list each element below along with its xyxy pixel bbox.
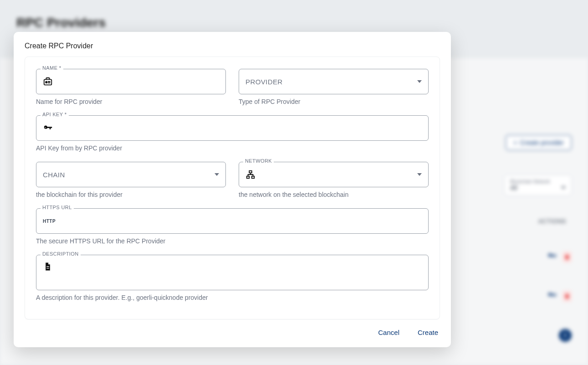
document-icon bbox=[43, 262, 53, 272]
chevron-down-icon bbox=[215, 173, 219, 176]
plus-icon: + bbox=[513, 139, 517, 146]
apikey-input[interactable] bbox=[58, 124, 422, 132]
delete-icon[interactable] bbox=[562, 252, 572, 262]
form-grid: NAME * Name for RPC provider PROVIDER Ty… bbox=[36, 69, 429, 301]
key-icon bbox=[43, 123, 53, 133]
description-field: DESCRIPTION A description for this provi… bbox=[36, 255, 429, 301]
chain-select[interactable]: CHAIN bbox=[36, 162, 226, 187]
filter-label: Blockchain Network bbox=[510, 179, 566, 184]
name-helper: Name for RPC provider bbox=[36, 98, 226, 105]
cancel-button[interactable]: Cancel bbox=[378, 329, 399, 336]
chevron-down-icon bbox=[417, 173, 422, 176]
provider-field: PROVIDER Type of RPC Provider bbox=[239, 69, 429, 105]
svg-rect-2 bbox=[249, 171, 252, 173]
svg-point-1 bbox=[46, 82, 47, 83]
name-field: NAME * Name for RPC provider bbox=[36, 69, 226, 105]
https-helper: The secure HTTPS URL for the RPC Provide… bbox=[36, 237, 429, 245]
http-icon: HTTP bbox=[43, 219, 56, 224]
description-input[interactable] bbox=[58, 262, 422, 269]
delete-icon[interactable] bbox=[562, 291, 572, 302]
table-row bbox=[462, 242, 572, 272]
blockchain-network-filter[interactable]: Blockchain Network All bbox=[504, 175, 572, 195]
description-input-box[interactable] bbox=[36, 255, 429, 290]
apikey-input-box[interactable] bbox=[36, 115, 429, 141]
https-input-box[interactable]: HTTP bbox=[36, 208, 429, 234]
name-input-box[interactable] bbox=[36, 69, 226, 94]
chevron-down-icon bbox=[417, 80, 422, 83]
apikey-field: API KEY * API Key from by RPC provider bbox=[36, 115, 429, 152]
apikey-helper: API Key from by RPC provider bbox=[36, 144, 429, 152]
chain-field: CHAIN the blockchain for this provider bbox=[36, 162, 226, 198]
provider-helper: Type of RPC Provider bbox=[239, 98, 429, 105]
svg-rect-3 bbox=[247, 176, 250, 179]
network-helper: the network on the selected blockchain bbox=[239, 191, 429, 198]
chain-helper: the blockchain for this provider bbox=[36, 191, 226, 198]
create-rpc-provider-modal: Create RPC Provider NAME * Name for RPC … bbox=[14, 32, 451, 347]
modal-title: Create RPC Provider bbox=[14, 32, 451, 54]
filter-value-row: All bbox=[510, 184, 566, 191]
svg-rect-4 bbox=[252, 176, 255, 179]
network-select[interactable] bbox=[239, 162, 429, 187]
create-button[interactable]: Create bbox=[418, 329, 438, 336]
filter-value: All bbox=[510, 184, 517, 191]
apikey-label: API KEY * bbox=[41, 112, 69, 117]
actions-column-header: ACTIONS bbox=[538, 218, 566, 225]
modal-footer: Cancel Create bbox=[14, 319, 451, 347]
https-field: HTTPS URL HTTP The secure HTTPS URL for … bbox=[36, 208, 429, 245]
provider-select[interactable]: PROVIDER bbox=[239, 69, 429, 94]
name-label: NAME * bbox=[41, 65, 63, 71]
key-icon[interactable] bbox=[547, 290, 557, 302]
badge-icon bbox=[43, 77, 53, 87]
info-icon[interactable]: i bbox=[559, 329, 572, 342]
https-label: HTTPS URL bbox=[41, 205, 74, 210]
chevron-down-icon bbox=[561, 186, 566, 189]
network-field: NETWORK the network on the selected bloc… bbox=[239, 162, 429, 198]
name-input[interactable] bbox=[58, 78, 219, 86]
https-input[interactable] bbox=[61, 217, 422, 225]
create-provider-label: Create provider bbox=[520, 139, 564, 146]
description-label: DESCRIPTION bbox=[41, 251, 81, 257]
network-label: NETWORK bbox=[243, 158, 274, 164]
table-row bbox=[462, 360, 572, 365]
svg-rect-0 bbox=[44, 79, 52, 85]
page-title: RPC Providers bbox=[16, 15, 106, 30]
chain-placeholder: CHAIN bbox=[43, 171, 65, 179]
table-row bbox=[462, 282, 572, 311]
create-provider-button[interactable]: + Create provider bbox=[506, 135, 572, 150]
key-icon[interactable] bbox=[547, 251, 557, 263]
network-icon bbox=[245, 170, 256, 180]
table-row: i bbox=[462, 321, 572, 350]
description-helper: A description for this provider. E.g., g… bbox=[36, 294, 429, 301]
modal-form-card: NAME * Name for RPC provider PROVIDER Ty… bbox=[25, 57, 440, 319]
provider-placeholder: PROVIDER bbox=[245, 78, 283, 86]
